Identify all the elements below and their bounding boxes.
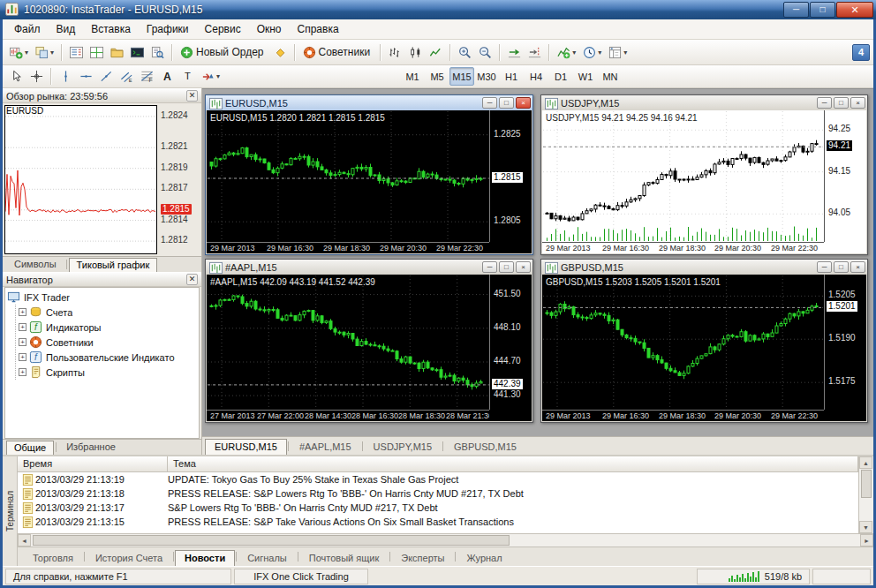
market-watch-close-icon[interactable]: ✕ (186, 90, 198, 102)
timeframe-m5-button[interactable]: M5 (425, 67, 449, 86)
chart-minimize-button[interactable]: ─ (817, 261, 832, 273)
menu-charts[interactable]: Графики (139, 20, 197, 38)
timeframe-m1-button[interactable]: M1 (400, 67, 425, 86)
chart-window-titlebar[interactable]: USDJPY,M15─□× (541, 95, 867, 110)
arrows-button[interactable]: ▾ (198, 66, 223, 87)
menu-insert[interactable]: Вставка (83, 20, 139, 38)
news-row[interactable]: 2013/03/29 21:13:18PRESS RELEASE: S&P Lo… (18, 486, 858, 501)
chart-canvas[interactable] (543, 275, 825, 409)
new-chart-button[interactable]: ▾ (6, 42, 32, 63)
terminal-tab-news[interactable]: Новости (175, 550, 235, 566)
timeframe-h1-button[interactable]: H1 (499, 67, 524, 86)
chart-maximize-button[interactable]: □ (834, 261, 849, 273)
column-header-time[interactable]: Время (18, 456, 168, 471)
scroll-right-icon[interactable]: ► (860, 534, 873, 547)
nav-item-indicators[interactable]: +fИндикаторы (16, 320, 199, 335)
timeframe-m15-button[interactable]: M15 (449, 67, 474, 86)
chart-tab-usdjpy[interactable]: USDJPY,M15 (364, 439, 442, 455)
market-watch-tab-tick-chart[interactable]: Тиковый график (69, 258, 158, 272)
chart-maximize-button[interactable]: □ (499, 261, 514, 273)
titlebar[interactable]: 1020890: InstaTrader - EURUSD,M15 ─ □ ✕ (0, 0, 876, 19)
zoom-in-button[interactable] (455, 42, 475, 63)
terminal-side-tab[interactable]: Терминал (3, 456, 18, 566)
text-button[interactable]: A (157, 66, 177, 87)
horizontal-line-button[interactable] (76, 66, 96, 87)
status-trading-mode[interactable]: IFX One Click Trading (234, 569, 368, 584)
charts-count-button[interactable]: 4 (852, 44, 870, 61)
chart-shift-button[interactable] (525, 42, 545, 63)
vertical-scrollbar[interactable]: ▲ ▼ (858, 456, 873, 533)
time-scale[interactable]: 29 Mar 201329 Mar 16:3029 Mar 18:3029 Ma… (542, 410, 824, 421)
scroll-up-icon[interactable]: ▲ (859, 456, 872, 469)
nav-item-ifx-trader[interactable]: IFX Trader (7, 290, 199, 305)
vertical-scroll-thumb[interactable] (861, 470, 872, 498)
equidistant-channel-button[interactable]: E (117, 66, 137, 87)
terminal-tab-account-history[interactable]: История Счета (86, 550, 172, 566)
chart-window-aapl[interactable]: #AAPL,M15─□×#AAPL,M15 442.09 443.19 441.… (205, 259, 533, 423)
crosshair-button[interactable] (26, 66, 47, 87)
terminal-tab-trade[interactable]: Торговля (23, 550, 83, 566)
window-maximize-button[interactable]: □ (810, 2, 835, 18)
vertical-line-button[interactable] (56, 66, 76, 87)
new-order-button[interactable]: Новый Ордер (177, 42, 269, 63)
data-window-button[interactable] (87, 42, 107, 63)
chart-minimize-button[interactable]: ─ (817, 97, 832, 109)
news-row[interactable]: 2013/03/29 21:13:15PRESS RELEASE: S&P Ta… (18, 515, 858, 529)
timeframe-d1-button[interactable]: D1 (548, 67, 573, 86)
chart-window-titlebar[interactable]: EURUSD,M15─□× (206, 95, 532, 110)
horizontal-scrollbar[interactable]: ◄ ► (18, 533, 873, 547)
nav-item-advisors[interactable]: +Советники (16, 335, 199, 350)
chart-tab-aapl[interactable]: #AAPL,M15 (290, 439, 361, 455)
market-watch-tab-symbols[interactable]: Символы (6, 257, 64, 272)
tick-chart-canvas[interactable] (4, 105, 157, 254)
chart-close-button[interactable]: × (516, 97, 531, 109)
bar-chart-mode-button[interactable] (385, 42, 405, 63)
indicators-button[interactable]: ▾ (554, 42, 579, 63)
scroll-down-icon[interactable]: ▼ (859, 521, 872, 533)
zoom-out-button[interactable] (475, 42, 495, 63)
candle-chart-mode-button[interactable] (405, 42, 426, 63)
metaeditor-button[interactable] (270, 42, 291, 63)
timeframe-m30-button[interactable]: M30 (474, 67, 499, 86)
timeframe-w1-button[interactable]: W1 (573, 67, 598, 86)
trendline-button[interactable] (96, 66, 117, 87)
navigator-button[interactable] (107, 42, 127, 63)
strategy-tester-button[interactable] (147, 42, 168, 63)
text-label-button[interactable]: T (177, 66, 198, 87)
chart-minimize-button[interactable]: ─ (482, 261, 497, 273)
price-scale[interactable]: 1.28251.28051.2815 (489, 110, 532, 242)
profiles-button[interactable]: ▾ (32, 42, 57, 63)
menu-view[interactable]: Вид (49, 20, 84, 38)
terminal-tab-experts[interactable]: Эксперты (391, 550, 454, 566)
chart-area[interactable]: GBPUSD,M15 1.5203 1.5205 1.5201 1.52011.… (542, 275, 866, 421)
timeframe-h4-button[interactable]: H4 (524, 67, 548, 86)
terminal-tab-mailbox[interactable]: Почтовый ящик (299, 550, 389, 566)
window-minimize-button[interactable]: ─ (783, 2, 809, 18)
column-header-topic[interactable]: Тема (168, 456, 858, 471)
chart-minimize-button[interactable]: ─ (482, 97, 497, 109)
news-row[interactable]: 2013/03/29 21:13:19UPDATE: Tokyo Gas To … (18, 472, 858, 486)
chart-close-button[interactable]: × (850, 97, 865, 109)
chart-window-titlebar[interactable]: GBPUSD,M15─□× (541, 260, 867, 275)
market-watch-button[interactable] (66, 42, 87, 63)
templates-button[interactable]: ▾ (605, 42, 631, 63)
terminal-tab-journal[interactable]: Журнал (457, 550, 511, 566)
chart-maximize-button[interactable]: □ (499, 97, 514, 109)
price-scale[interactable]: 1.52051.51901.51751.5201 (824, 275, 866, 410)
navigator-tab-favorites[interactable]: Избранное (58, 440, 124, 455)
chart-tab-gbpusd[interactable]: GBPUSD,M15 (444, 439, 526, 455)
nav-item-scripts[interactable]: +Скрипты (16, 365, 199, 380)
terminal-tab-signals[interactable]: Сигналы (238, 550, 297, 566)
menu-window[interactable]: Окно (249, 20, 290, 38)
fibonacci-button[interactable]: F (137, 66, 157, 87)
terminal-button[interactable] (127, 42, 147, 63)
chart-canvas[interactable] (543, 111, 825, 241)
chart-area[interactable]: EURUSD,M15 1.2820 1.2821 1.2815 1.28151.… (207, 110, 532, 253)
chart-area[interactable]: USDJPY,M15 94.21 94.25 94.16 94.2194.259… (542, 110, 866, 253)
chart-close-button[interactable]: × (850, 261, 865, 273)
cursor-button[interactable] (6, 66, 26, 87)
periods-button[interactable]: ▾ (579, 42, 605, 63)
window-close-button[interactable]: ✕ (836, 2, 873, 18)
auto-scroll-button[interactable] (504, 42, 525, 63)
navigator-close-icon[interactable]: ✕ (186, 274, 198, 285)
